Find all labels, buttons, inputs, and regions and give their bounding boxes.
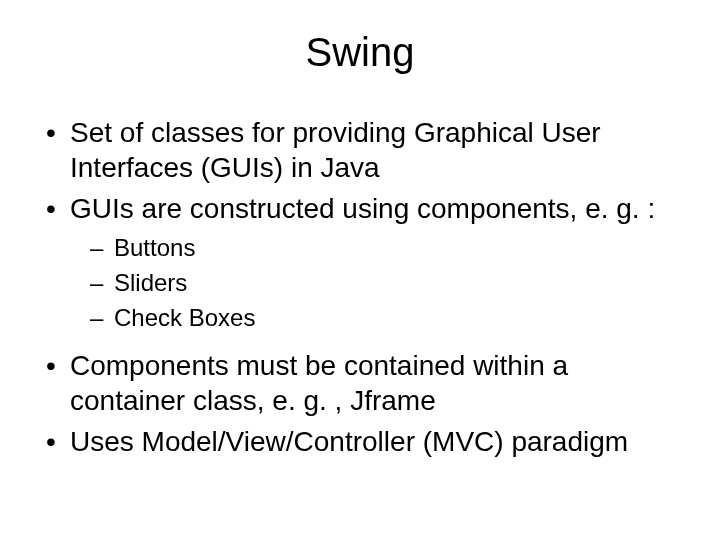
bullet-text: Components must be contained within a co… — [70, 348, 690, 418]
dash-marker: – — [90, 232, 114, 263]
bullet-item: • Uses Model/View/Controller (MVC) parad… — [40, 424, 690, 459]
bullet-text: GUIs are constructed using components, e… — [70, 191, 690, 226]
bullet-marker: • — [40, 191, 70, 226]
bullet-item: • GUIs are constructed using components,… — [40, 191, 690, 226]
sub-bullet-group: – Buttons – Sliders – Check Boxes — [40, 232, 690, 334]
slide-content: • Set of classes for providing Graphical… — [30, 115, 690, 459]
bullet-item: • Components must be contained within a … — [40, 348, 690, 418]
sub-bullet-item: – Check Boxes — [40, 302, 690, 333]
sub-bullet-item: – Sliders — [40, 267, 690, 298]
dash-marker: – — [90, 267, 114, 298]
sub-bullet-text: Check Boxes — [114, 302, 690, 333]
bullet-marker: • — [40, 348, 70, 383]
bullet-text: Uses Model/View/Controller (MVC) paradig… — [70, 424, 690, 459]
slide-title: Swing — [30, 30, 690, 75]
sub-bullet-item: – Buttons — [40, 232, 690, 263]
sub-bullet-text: Buttons — [114, 232, 690, 263]
bullet-marker: • — [40, 115, 70, 150]
bullet-text: Set of classes for providing Graphical U… — [70, 115, 690, 185]
bullet-marker: • — [40, 424, 70, 459]
sub-bullet-text: Sliders — [114, 267, 690, 298]
bullet-item: • Set of classes for providing Graphical… — [40, 115, 690, 185]
dash-marker: – — [90, 302, 114, 333]
